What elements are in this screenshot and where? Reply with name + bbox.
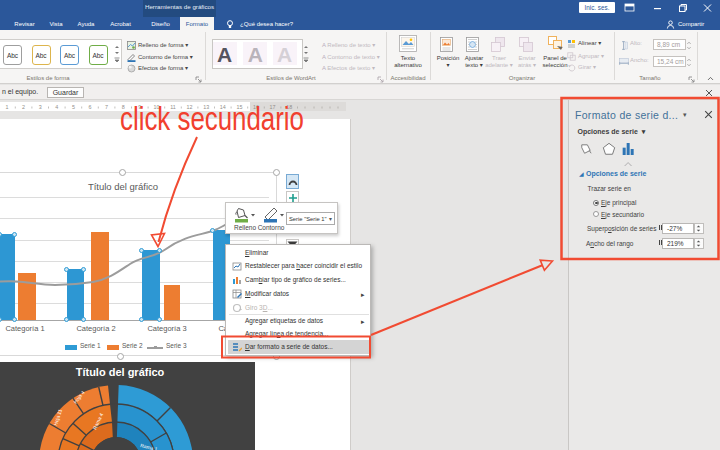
svg-text:4: 4 [55, 104, 58, 110]
svg-text:15: 15 [236, 104, 242, 110]
svg-text:1: 1 [6, 104, 9, 110]
svg-text:17: 17 [270, 104, 276, 110]
svg-text:13: 13 [203, 104, 209, 110]
svg-text:5: 5 [72, 104, 75, 110]
svg-text:12: 12 [187, 104, 193, 110]
svg-text:7: 7 [105, 104, 108, 110]
svg-text:3: 3 [39, 104, 42, 110]
svg-text:18: 18 [286, 104, 292, 110]
svg-text:11: 11 [170, 104, 176, 110]
svg-text:2: 2 [22, 104, 25, 110]
svg-text:14: 14 [220, 104, 226, 110]
svg-text:16: 16 [253, 104, 259, 110]
svg-text:9: 9 [138, 104, 141, 110]
svg-text:10: 10 [153, 104, 159, 110]
svg-text:6: 6 [89, 104, 92, 110]
svg-text:8: 8 [122, 104, 125, 110]
